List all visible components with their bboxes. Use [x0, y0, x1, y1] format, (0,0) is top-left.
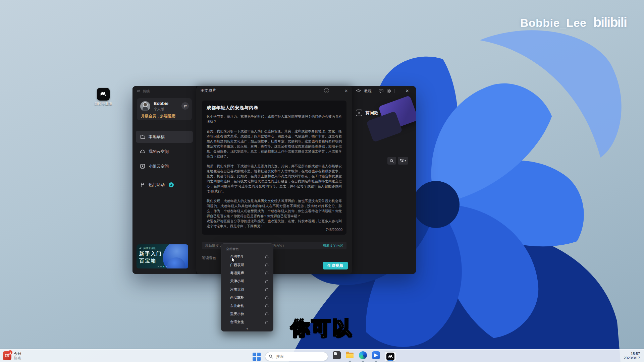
search-icon [269, 354, 273, 359]
voice-option[interactable]: 台湾女生 [221, 318, 273, 326]
news-widget-icon: 1 [3, 351, 11, 360]
voice-option[interactable]: 东北老铁 [221, 302, 273, 310]
bilibili-logo: bilibili [593, 15, 627, 30]
chevron-down-icon: ▾ [405, 159, 406, 162]
widgets-button[interactable]: 1 今日 热点 [3, 351, 21, 360]
graduation-cap-icon[interactable] [356, 89, 361, 93]
sidebar-item-hot-activities[interactable]: 热门活动 4 [136, 179, 193, 191]
feedback-icon[interactable] [379, 89, 383, 93]
close-icon[interactable]: ✕ [406, 88, 409, 93]
video-watermark: Bobbie_Lee bilibili [520, 15, 627, 30]
uploader-name: Bobbie_Lee [520, 16, 587, 29]
headphone-icon[interactable] [265, 255, 269, 259]
promo-banner[interactable]: 剪映专业版 新手入门 百宝箱 [137, 244, 188, 268]
app-logo: 剪映 [137, 89, 150, 94]
headphone-icon[interactable] [265, 263, 269, 267]
voice-option[interactable]: 河南大叔 [221, 286, 273, 294]
scroll-down-hint[interactable]: ▾ [221, 327, 273, 330]
sidebar-item-group-cloud[interactable]: 小组云空间 [136, 160, 193, 172]
template-label: 剪同款 [365, 110, 378, 116]
capcut-logo-icon [97, 88, 110, 101]
clock-date: 2023/3/17 [624, 356, 640, 360]
voice-option[interactable]: 重庆小伙 [221, 310, 273, 318]
sidebar-item-label: 本地草稿 [149, 134, 165, 140]
avatar [140, 101, 150, 111]
search-input[interactable] [275, 354, 320, 359]
headphone-icon[interactable] [265, 280, 269, 283]
voice-option[interactable]: 西安掌柜 [221, 294, 273, 302]
toolbar-divider [375, 89, 375, 93]
widget-line1: 今日 [14, 352, 21, 356]
video-subtitle: 你可以 [0, 316, 644, 341]
template-play-icon [356, 110, 362, 116]
blue-app-icon [372, 351, 380, 359]
profile-name: Bobbie [154, 101, 168, 106]
desktop: { "watermark": { "username": "Bobbie_Lee… [0, 0, 644, 362]
carousel-dots[interactable] [137, 266, 188, 267]
search-button[interactable] [387, 157, 396, 165]
group-cloud-icon [140, 164, 145, 169]
window-toolbar: 教程 — ✕ [352, 86, 416, 96]
photos-app-icon [333, 351, 341, 359]
generate-video-button[interactable]: 生成视频 [323, 262, 348, 269]
settings-icon[interactable] [387, 89, 391, 93]
taskbar-search[interactable] [265, 352, 328, 361]
cloud-icon [140, 149, 145, 154]
start-button[interactable] [252, 352, 261, 361]
taskbar-app-photos[interactable] [332, 351, 341, 362]
voice-option[interactable]: 台湾男生 [221, 253, 273, 261]
voice-tone-label: 朗读音色 [202, 256, 216, 260]
headphone-icon[interactable] [265, 271, 269, 275]
desktop-shortcut-capcut[interactable]: 剪映专业版 [91, 88, 115, 106]
voice-dropdown-header: 全部音色 [221, 244, 273, 253]
voice-option[interactable]: 广西表哥 [221, 261, 273, 269]
close-icon[interactable]: ✕ [344, 88, 348, 93]
switch-account-icon[interactable]: ⇄ [181, 102, 189, 110]
activity-count-badge: 4 [169, 182, 174, 187]
headphone-icon[interactable] [265, 312, 269, 316]
layout-view-button[interactable]: ▾ [398, 157, 408, 165]
sidebar-item-label: 我的云空间 [149, 149, 169, 155]
char-counter: 746/20000 [326, 228, 342, 232]
article-text-editor[interactable]: 成都年轻人的安逸与内卷 这个快节奏、高压力、充满竞争的时代，成都年轻人真的能够安… [202, 101, 346, 235]
promo-title-line2: 百宝箱 [139, 258, 156, 264]
home-right-panel: 教程 — ✕ 剪同款 [352, 86, 416, 274]
capcut-logo-icon [139, 247, 142, 250]
edge-browser-icon [359, 351, 367, 359]
clock-time: 15:57 [624, 352, 640, 356]
sidebar-item-my-cloud[interactable]: 我的云空间 [136, 145, 193, 158]
voice-dropdown: 全部音色 台湾男生 广西表哥 粤语男声 天津小哥 河南大叔 西安掌柜 东北老铁 [221, 243, 273, 331]
article-paragraph: 首先，我们来分析一下成都年轻人为什么选择安逸。其实，这和成都本身的地理、文化、经… [207, 129, 342, 159]
voice-option[interactable]: 粤语男声 [221, 269, 273, 277]
grid-view-icon [400, 159, 404, 163]
minimize-icon[interactable]: — [398, 88, 402, 93]
upgrade-membership-link[interactable]: 升级会员，多端通用 [141, 114, 176, 119]
tutorial-label[interactable]: 教程 [364, 88, 372, 94]
promo-title-line1: 新手入门 [139, 251, 162, 257]
profile-card[interactable]: Bobbie 个人版 ⇄ 升级会员，多端通用 [137, 98, 192, 120]
taskbar-app-edge[interactable] [359, 351, 367, 362]
taskbar: 1 今日 热点 15:57 [0, 349, 644, 362]
help-icon[interactable]: ? [324, 88, 329, 93]
sidebar-item-label: 小组云空间 [149, 164, 169, 169]
promo-brand: 剪映专业版 [139, 247, 156, 250]
toolbar-divider [394, 89, 395, 93]
widget-badge: 1 [8, 350, 13, 355]
voice-option[interactable]: 天津小哥 [221, 277, 273, 285]
taskbar-app-file-explorer[interactable] [345, 351, 354, 362]
template-section[interactable]: 剪同款 [356, 110, 378, 116]
minimize-icon[interactable]: — [335, 88, 339, 93]
taskbar-app-blue[interactable] [372, 351, 380, 362]
article-paragraph: 欢迎在评论区留言分享你的想法和感受。也欢迎关注、点赞、转发本视频，让更多人参与到… [207, 219, 342, 229]
headphone-icon[interactable] [265, 288, 269, 291]
article-paragraph: 这个快节奏、高压力、充满竞争的时代，成都年轻人真的能够安逸吗？他们是否会被内卷所… [207, 114, 342, 124]
headphone-icon[interactable] [265, 296, 269, 300]
app-logo-text: 剪映 [143, 89, 150, 94]
taskbar-clock[interactable]: 15:57 2023/3/17 [624, 352, 640, 360]
taskbar-app-capcut[interactable] [385, 351, 396, 362]
fetch-text-button[interactable]: 获取文字内容 [320, 243, 343, 248]
headphone-icon[interactable] [265, 320, 269, 324]
sidebar-item-label: 热门活动 [149, 182, 165, 188]
sidebar-item-local-drafts[interactable]: 本地草稿 [136, 131, 193, 143]
headphone-icon[interactable] [265, 304, 269, 308]
